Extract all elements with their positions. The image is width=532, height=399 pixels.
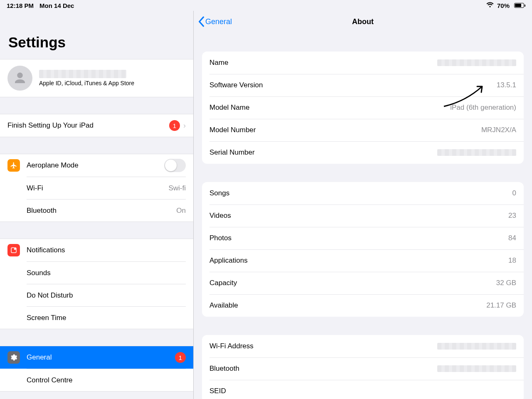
redacted-value <box>437 365 516 372</box>
back-button[interactable]: General <box>197 16 232 27</box>
battery-icon <box>513 3 525 8</box>
airplane-mode-row[interactable]: Aeroplane Mode <box>0 154 193 177</box>
chevron-left-icon <box>197 16 205 27</box>
redacted-value <box>437 343 516 350</box>
battery-percent: 70% <box>497 2 510 9</box>
back-label: General <box>205 17 232 26</box>
status-time: 12:18 PM <box>7 2 34 9</box>
wifi-label: Wi-Fi <box>27 184 168 192</box>
general-badge: 1 <box>175 352 186 363</box>
about-row-model-name[interactable]: Model NameiPad (6th generation) <box>202 96 524 119</box>
about-row-serial-number[interactable]: Serial Number <box>202 141 524 164</box>
screentime-label: Screen Time <box>27 314 186 322</box>
airplane-toggle[interactable] <box>164 159 186 172</box>
sounds-label: Sounds <box>27 269 186 277</box>
detail-pane: General About NameSoftware Version13.5.1… <box>194 11 532 399</box>
about-label: Model Name <box>209 103 450 112</box>
about-row-bluetooth: Bluetooth <box>202 357 524 380</box>
about-row-software-version[interactable]: Software Version13.5.1 <box>202 74 524 96</box>
about-row-available: Available21.17 GB <box>202 294 524 317</box>
dnd-row[interactable]: Do Not Disturb <box>0 284 193 306</box>
wifi-row[interactable]: Wi-Fi Swi-fi <box>0 177 193 199</box>
wifi-icon <box>486 2 494 9</box>
about-value: iPad (6th generation) <box>450 103 516 112</box>
about-group-device: NameSoftware Version13.5.1Model NameiPad… <box>202 52 524 164</box>
about-row-seid: SEID <box>202 380 524 399</box>
about-row-capacity: Capacity32 GB <box>202 272 524 294</box>
about-value: 21.17 GB <box>486 301 516 310</box>
page-title: Settings <box>0 11 193 59</box>
about-label: Name <box>209 59 437 67</box>
about-value: 23 <box>508 212 516 220</box>
about-row-videos: Videos23 <box>202 204 524 227</box>
about-label: SEID <box>209 387 516 395</box>
about-label: Applications <box>209 256 508 265</box>
settings-sidebar: Settings Apple ID, iCloud, iTunes & App … <box>0 11 194 399</box>
airplane-label: Aeroplane Mode <box>27 161 164 170</box>
account-subtitle: Apple ID, iCloud, iTunes & App Store <box>39 80 134 86</box>
airplane-icon <box>7 159 20 172</box>
nav-title: About <box>194 17 532 26</box>
about-row-applications: Applications18 <box>202 249 524 272</box>
notifications-row[interactable]: Notifications <box>0 239 193 261</box>
about-row-songs: Songs0 <box>202 182 524 204</box>
redacted-value <box>437 59 516 66</box>
about-row-photos: Photos84 <box>202 227 524 249</box>
general-row[interactable]: General 1 <box>0 346 193 369</box>
about-value: 84 <box>508 234 516 242</box>
about-row-wi-fi-address: Wi-Fi Address <box>202 335 524 357</box>
about-label: Software Version <box>209 81 497 89</box>
wifi-value: Swi-fi <box>168 184 186 192</box>
about-value: 32 GB <box>496 279 516 287</box>
notifications-label: Notifications <box>27 246 186 254</box>
avatar-icon <box>7 66 32 91</box>
finish-setup-label: Finish Setting Up Your iPad <box>7 121 166 130</box>
bluetooth-label: Bluetooth <box>27 207 176 215</box>
control-centre-row[interactable]: Control Centre <box>0 369 193 391</box>
screentime-row[interactable]: Screen Time <box>0 306 193 329</box>
status-bar: 12:18 PM Mon 14 Dec 70% <box>0 0 532 11</box>
about-label: Bluetooth <box>209 365 437 373</box>
about-label: Serial Number <box>209 148 437 157</box>
about-value: MRJN2X/A <box>481 126 516 134</box>
control-label: Control Centre <box>27 376 186 384</box>
about-row-model-number[interactable]: Model NumberMRJN2X/A <box>202 119 524 141</box>
nav-bar: General About <box>194 11 532 32</box>
chevron-right-icon: › <box>183 121 186 130</box>
notifications-icon <box>7 244 20 256</box>
about-label: Available <box>209 301 486 310</box>
about-value: 18 <box>508 256 516 265</box>
about-value: 0 <box>512 189 516 197</box>
about-label: Model Number <box>209 126 481 134</box>
about-label: Wi-Fi Address <box>209 342 437 350</box>
about-label: Photos <box>209 234 508 242</box>
apple-id-row[interactable]: Apple ID, iCloud, iTunes & App Store <box>0 59 193 97</box>
about-label: Songs <box>209 189 512 197</box>
sounds-row[interactable]: Sounds <box>0 261 193 284</box>
status-date: Mon 14 Dec <box>39 2 74 9</box>
about-group-storage: Songs0Videos23Photos84Applications18Capa… <box>202 182 524 317</box>
redacted-value <box>437 149 516 156</box>
svg-point-1 <box>14 248 16 250</box>
finish-setup-badge: 1 <box>169 120 180 131</box>
about-group-network: Wi-Fi AddressBluetoothSEID <box>202 335 524 399</box>
finish-setup-row[interactable]: Finish Setting Up Your iPad 1 › <box>0 114 193 137</box>
about-row-name[interactable]: Name <box>202 52 524 74</box>
account-name-redacted <box>39 70 126 78</box>
dnd-label: Do Not Disturb <box>27 291 186 300</box>
about-label: Videos <box>209 212 508 220</box>
about-label: Capacity <box>209 279 496 287</box>
about-value: 13.5.1 <box>497 81 516 89</box>
general-label: General <box>27 353 172 362</box>
bluetooth-row[interactable]: Bluetooth On <box>0 199 193 222</box>
gear-icon <box>7 351 20 364</box>
bluetooth-value: On <box>176 207 186 215</box>
